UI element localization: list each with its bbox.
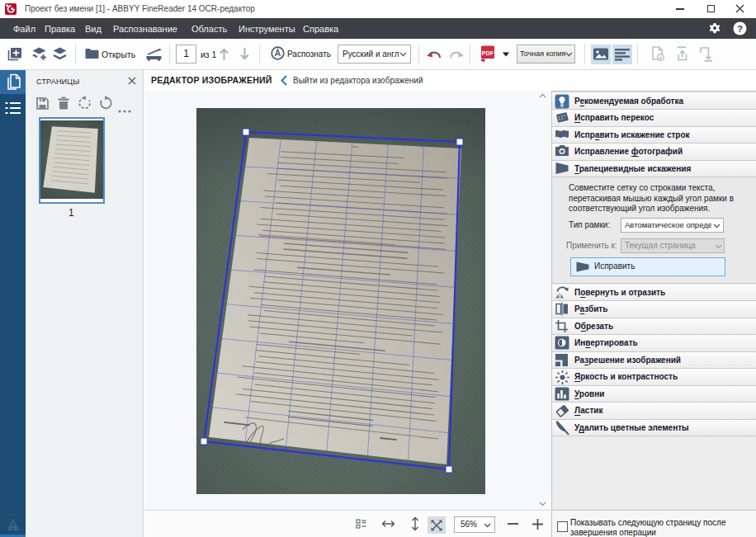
svg-text:?: ? (737, 24, 743, 34)
svg-text:PDF: PDF (482, 49, 494, 57)
